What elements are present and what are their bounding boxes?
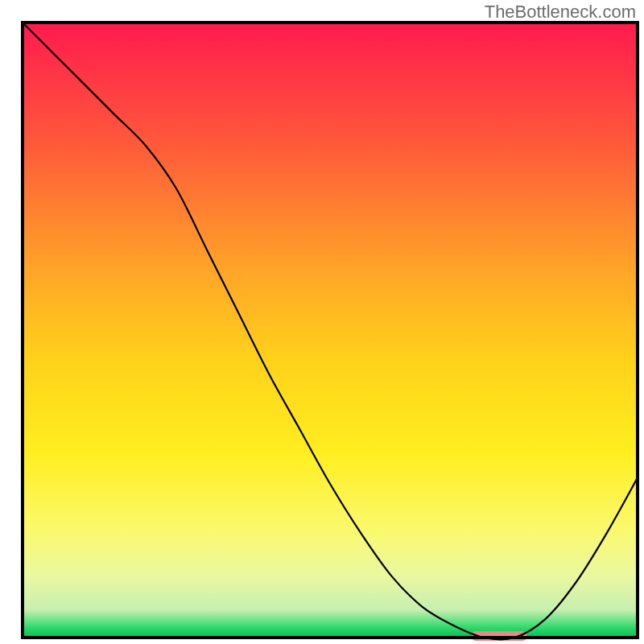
watermark-label: TheBottleneck.com [485, 2, 636, 23]
bottleneck-chart [0, 0, 644, 644]
chart-container: TheBottleneck.com [0, 0, 644, 644]
